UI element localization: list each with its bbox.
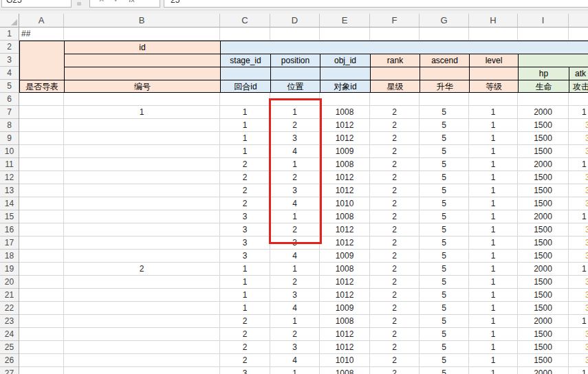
cell-A25[interactable]	[19, 341, 64, 354]
cell-H22[interactable]: 1	[469, 302, 518, 315]
row-header-8[interactable]: 8	[0, 119, 19, 132]
cell-J11[interactable]: 1	[569, 158, 588, 171]
cell-B23[interactable]	[64, 315, 220, 328]
cell-B22[interactable]	[64, 302, 220, 315]
name-box[interactable]: G25	[1, 0, 72, 8]
cell-E9[interactable]: 1012	[320, 132, 370, 145]
cell-C26[interactable]: 2	[220, 354, 270, 367]
cell-E23[interactable]: 1008	[320, 315, 370, 328]
cell-B12[interactable]	[64, 171, 220, 184]
cell-C19[interactable]: 1	[220, 263, 270, 276]
cell-A17[interactable]	[19, 236, 64, 250]
cell-C12[interactable]: 2	[220, 171, 270, 184]
cell-I7[interactable]: 2000	[518, 106, 569, 119]
row-header-14[interactable]: 14	[0, 197, 19, 210]
cell-F3-rank[interactable]: rank	[370, 54, 420, 67]
cell-I4-hp[interactable]: hp	[518, 67, 569, 80]
cell-D21[interactable]: 3	[270, 289, 320, 302]
cell-C5-round-id[interactable]: 回合id	[220, 80, 270, 93]
cell-G24[interactable]: 5	[420, 328, 469, 341]
cell-I15[interactable]: 2000	[518, 210, 569, 223]
cell-H18[interactable]: 1	[469, 250, 518, 263]
cell-I5-hp[interactable]: 生命	[518, 80, 569, 93]
cell-A10[interactable]	[19, 145, 64, 158]
cell-E12[interactable]: 1012	[320, 171, 370, 184]
cell-J24[interactable]: 3	[569, 328, 588, 341]
cell-I10[interactable]: 1500	[518, 145, 569, 158]
cell-H3-level[interactable]: level	[469, 54, 518, 67]
cell-J26[interactable]: 3	[569, 354, 588, 367]
cell-B15[interactable]	[64, 210, 220, 223]
cell-B5-number[interactable]: 编号	[64, 80, 220, 93]
cell-D4[interactable]	[270, 67, 320, 80]
cell-J8[interactable]: 3	[569, 119, 588, 132]
cell-A18[interactable]	[19, 250, 64, 263]
cell-A15[interactable]	[19, 210, 64, 223]
cell-I8[interactable]: 1500	[518, 119, 569, 132]
cell-E10[interactable]: 1009	[320, 145, 370, 158]
formula-input[interactable]: 25	[164, 0, 588, 8]
cell-A9[interactable]	[19, 132, 64, 145]
cell-A22[interactable]	[19, 302, 64, 315]
cell-I13[interactable]: 1500	[518, 184, 569, 197]
cell-C4[interactable]	[220, 67, 270, 80]
cell-H11[interactable]: 1	[469, 158, 518, 171]
cell-J27[interactable]: 1	[569, 367, 588, 374]
cell-F27[interactable]: 2	[370, 367, 420, 374]
cell-H13[interactable]: 1	[469, 184, 518, 197]
cell-J12[interactable]: 3	[569, 171, 588, 184]
cell-B3[interactable]	[64, 54, 220, 67]
cell-E6[interactable]	[320, 93, 370, 106]
cell-F18[interactable]: 2	[370, 250, 420, 263]
cell-G7[interactable]: 5	[420, 106, 469, 119]
cell-B7[interactable]: 1	[64, 106, 220, 119]
cell-F6[interactable]	[370, 93, 420, 106]
cell-F26[interactable]: 2	[370, 354, 420, 367]
cell-A6[interactable]	[19, 93, 64, 106]
cell-F13[interactable]: 2	[370, 184, 420, 197]
cell-J4-atk[interactable]: atk	[569, 67, 588, 80]
cell-J6[interactable]	[569, 93, 588, 106]
cell-C10[interactable]: 1	[220, 145, 270, 158]
cell-G22[interactable]: 5	[420, 302, 469, 315]
column-header-I[interactable]: I	[518, 14, 569, 27]
cell-H8[interactable]: 1	[469, 119, 518, 132]
cell-E8[interactable]: 1012	[320, 119, 370, 132]
cell-F16[interactable]: 2	[370, 223, 420, 236]
cell-G18[interactable]: 5	[420, 250, 469, 263]
cell-E16[interactable]: 1012	[320, 223, 370, 236]
cell-G5-ascend[interactable]: 升华	[420, 80, 469, 93]
row-header-3[interactable]: 3	[0, 54, 19, 67]
cell-F21[interactable]: 2	[370, 289, 420, 302]
cell-E20[interactable]: 1012	[320, 276, 370, 289]
cell-A20[interactable]	[19, 276, 64, 289]
cell-J1[interactable]	[569, 28, 588, 41]
cell-C25[interactable]: 2	[220, 341, 270, 354]
column-header-F[interactable]: F	[370, 14, 420, 27]
cell-E1[interactable]	[320, 28, 370, 41]
cell-B20[interactable]	[64, 276, 220, 289]
cell-A27[interactable]	[19, 367, 64, 374]
column-header-G[interactable]: G	[420, 14, 469, 27]
cell-F14[interactable]: 2	[370, 197, 420, 210]
cell-H19[interactable]: 1	[469, 263, 518, 276]
row-header-11[interactable]: 11	[0, 158, 19, 171]
cell-G8[interactable]: 5	[420, 119, 469, 132]
cell-A11[interactable]	[19, 158, 64, 171]
cell-C1[interactable]	[220, 28, 270, 41]
cell-H25[interactable]: 1	[469, 341, 518, 354]
cell-F23[interactable]: 2	[370, 315, 420, 328]
cell-H21[interactable]: 1	[469, 289, 518, 302]
cell-D5-position[interactable]: 位置	[270, 80, 320, 93]
cell-H15[interactable]: 1	[469, 210, 518, 223]
cell-F1[interactable]	[370, 28, 420, 41]
cell-J10[interactable]: 3	[569, 145, 588, 158]
cell-C22[interactable]: 1	[220, 302, 270, 315]
cell-H9[interactable]: 1	[469, 132, 518, 145]
cell-C16[interactable]: 3	[220, 223, 270, 236]
cell-J15[interactable]: 1	[569, 210, 588, 223]
row-header-10[interactable]: 10	[0, 145, 19, 158]
cell-B6[interactable]	[64, 93, 220, 106]
cell-H23[interactable]: 1	[469, 315, 518, 328]
cell-G23[interactable]: 5	[420, 315, 469, 328]
